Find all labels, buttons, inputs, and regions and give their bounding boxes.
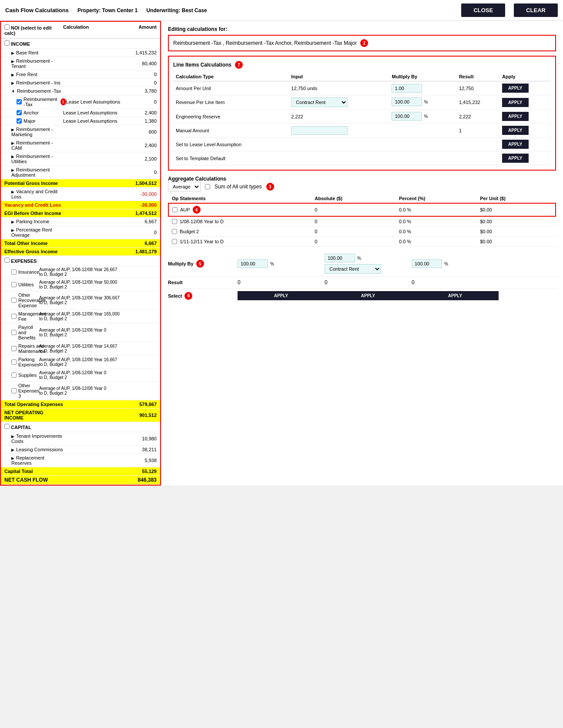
expand-icon: ▶: [11, 73, 14, 77]
insurance-checkbox[interactable]: [11, 269, 17, 275]
apply-button-0[interactable]: APPLY: [502, 84, 528, 93]
multiply-unit-input[interactable]: [412, 259, 442, 268]
repairs-checkbox[interactable]: [11, 346, 17, 351]
list-item: ▶Reimbursement Adjustment 0: [1, 166, 160, 179]
multiply-abs-input[interactable]: [238, 259, 268, 268]
col-calc-type: Calculation Type: [173, 72, 288, 81]
col-apply: Apply: [499, 72, 551, 81]
list-item: ▶Leasing Commissions 38,211: [1, 446, 160, 454]
left-header: NOI (select to edit calc) Calculation Am…: [1, 22, 160, 39]
col-calculation: Calculation: [63, 24, 122, 36]
net-cash-flow-row: NET CASH FLOW 846,383: [1, 476, 160, 485]
vacancy-item-row: ▶Vacancy and Credit Loss -30,000: [1, 188, 160, 201]
income-checkbox[interactable]: [4, 40, 10, 46]
multiply-by-input-0[interactable]: [392, 84, 422, 93]
badge-6: 6: [184, 292, 192, 300]
col-amount: Amount: [122, 24, 157, 36]
sum-label: Sum of All unit types: [214, 184, 262, 190]
noi-checkbox[interactable]: [4, 24, 10, 30]
management-fee-checkbox[interactable]: [11, 314, 17, 319]
table-row: 1/11-12/11 Year to D 0 0.0 % $0.00: [168, 237, 556, 247]
list-item: Utilities Average of AUP, 1/08-12/08 Yea…: [1, 278, 160, 291]
underwriting-label: Underwriting:: [146, 7, 180, 13]
list-item: ▶Reimbursement - Marketing 600: [1, 125, 160, 139]
reimb-tax-checkbox[interactable]: [17, 99, 22, 104]
multiply-select[interactable]: Contract Rent: [325, 264, 381, 274]
multiply-by-input-2[interactable]: [392, 112, 422, 121]
apply-button-4[interactable]: APPLY: [502, 140, 528, 149]
result-label: Result: [168, 280, 238, 285]
right-panel: Editing calculations for: Reimbursement …: [161, 21, 563, 486]
underwriting-value: Best Case: [182, 7, 207, 13]
major-checkbox[interactable]: [17, 118, 22, 124]
table-row: 1/08-12/08 Year to D 0 0.0 % $0.00: [168, 216, 556, 227]
op-col-3: Per Unit ($): [476, 194, 556, 203]
app-title: Cash Flow Calculations: [5, 7, 69, 13]
col-noi: NOI (select to edit calc): [4, 24, 63, 36]
left-panel: NOI (select to edit calc) Calculation Am…: [0, 21, 161, 486]
property-value: Town Center 1: [102, 7, 138, 13]
table-row: Revenue Per Line Item Contract Rent % 1,…: [173, 95, 551, 110]
list-item: Management Fee Average of AUP, 1/08-12/0…: [1, 310, 160, 323]
year-to-d2-checkbox[interactable]: [172, 239, 177, 244]
result-unit: 0: [412, 279, 499, 285]
budget2-checkbox[interactable]: [172, 229, 177, 234]
other-exp3-checkbox[interactable]: [11, 388, 17, 393]
apply-pct-button[interactable]: APPLY: [325, 291, 412, 300]
list-item: ▶Reimbursement - Tenant 80,400: [1, 57, 160, 70]
expand-icon: ▶: [11, 220, 14, 224]
expand-icon: ▶: [11, 434, 14, 439]
revenue-select[interactable]: Contract Rent: [291, 97, 348, 107]
list-item: Payroll and Benefits Average of AUP, 1/0…: [1, 323, 160, 342]
expenses-checkbox[interactable]: [4, 258, 10, 263]
payroll-checkbox[interactable]: [11, 330, 17, 335]
table-row: Budget 2 0 0.0 % $0.00: [168, 227, 556, 237]
capital-checkbox[interactable]: [4, 424, 10, 429]
manual-amount-input[interactable]: [291, 126, 348, 135]
supplies-checkbox[interactable]: [11, 372, 17, 378]
anchor-checkbox[interactable]: [17, 110, 22, 115]
select-apply-row: Select 6 APPLY APPLY APPLY: [168, 289, 556, 303]
utilities-checkbox[interactable]: [11, 282, 17, 287]
income-header: INCOME: [1, 39, 160, 49]
year-to-d-checkbox[interactable]: [172, 219, 177, 224]
aup-checkbox[interactable]: [172, 207, 178, 212]
percentage-row: ▶Percentage Rent Overage 0: [1, 226, 160, 239]
close-button[interactable]: CLOSE: [461, 3, 505, 17]
badge-3: 3: [266, 183, 274, 191]
apply-abs-button[interactable]: APPLY: [238, 291, 325, 300]
expand-icon: ▶: [11, 51, 14, 55]
apply-button-1[interactable]: APPLY: [502, 98, 528, 107]
expenses-header: EXPENSES: [1, 256, 160, 266]
clear-button[interactable]: CLEAR: [514, 3, 558, 17]
list-item: ▼Reimbursement -Tax 3,780: [1, 87, 160, 95]
parking-exp-checkbox[interactable]: [11, 359, 17, 365]
expand-icon: ▶: [11, 456, 14, 460]
table-row: Amount Per Unit 12,750 units 12,750 APPL…: [173, 81, 551, 95]
apply-unit-button[interactable]: APPLY: [412, 291, 499, 300]
expand-icon: ▶: [11, 448, 14, 452]
property-label: Property:: [77, 7, 101, 13]
list-item: ▶Tenant Improvements Costs 10,980: [1, 432, 160, 446]
table-row: Manual Amount 1 APPLY: [173, 124, 551, 138]
result-pct: 0: [325, 279, 412, 285]
badge-1: 1: [60, 98, 66, 105]
badge-5: 5: [196, 260, 204, 268]
apply-button-5[interactable]: APPLY: [502, 154, 528, 163]
total-expenses-row: Total Operating Expenses 579,667: [1, 400, 160, 409]
aggregate-controls: Average Sum Sum of All unit types 3: [168, 182, 556, 191]
capital-total-row: Capital Total 55,129: [1, 467, 160, 476]
line-items-section: Line Items Calculations 7 Calculation Ty…: [168, 56, 556, 171]
sum-all-units-checkbox[interactable]: [205, 184, 210, 189]
multiply-pct-input[interactable]: [325, 254, 355, 262]
avg-select[interactable]: Average Sum: [168, 182, 201, 191]
op-col-1: Absolute ($): [311, 194, 395, 203]
apply-button-3[interactable]: APPLY: [502, 126, 528, 135]
multiply-by-input-1[interactable]: [392, 97, 422, 106]
editing-value: Reimbursement -Tax , Reimbursement -Tax …: [173, 40, 357, 46]
table-row: AUP 4 0 0.0 % $0.00: [168, 203, 556, 216]
aggregate-label: Aggregate Calculations: [168, 176, 556, 182]
expand-icon: ▶: [11, 154, 14, 159]
apply-button-2[interactable]: APPLY: [502, 112, 528, 121]
other-recoverable-checkbox[interactable]: [11, 298, 17, 303]
